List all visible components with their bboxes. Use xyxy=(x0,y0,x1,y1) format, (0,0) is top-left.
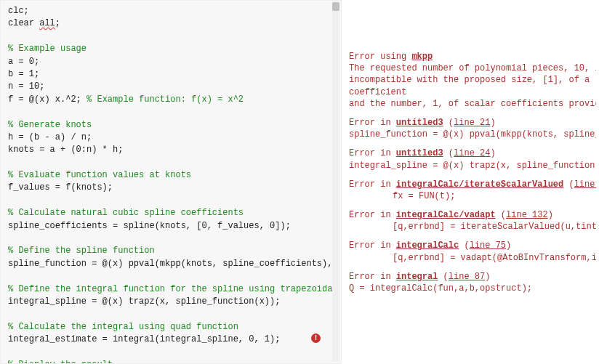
error-line-link[interactable]: line 24 xyxy=(454,148,490,158)
error-link[interactable]: untitled3 xyxy=(396,148,443,158)
code-comment[interactable]: % Example usage xyxy=(8,43,335,55)
error-link[interactable]: mkpp xyxy=(411,52,433,62)
code-line[interactable]: knots = a + (0:n) * h; xyxy=(8,144,335,156)
code-line[interactable]: integral_estimate = integral(integral_sp… xyxy=(8,333,335,346)
error-line-link[interactable]: line 314 xyxy=(574,179,596,190)
code-comment[interactable]: % Generate knots xyxy=(8,119,335,132)
error-link[interactable]: integralCalc xyxy=(396,240,459,251)
code-line xyxy=(8,157,335,169)
code-line[interactable]: n = 10; xyxy=(8,81,335,93)
code-line[interactable]: h = (b - a) / n; xyxy=(8,132,335,144)
error-line-link[interactable]: line 75 xyxy=(470,240,506,251)
error-link[interactable]: integral xyxy=(396,272,438,282)
error-link[interactable]: integralCalc/vadapt xyxy=(396,210,496,220)
code-line[interactable]: integral_spline = @(x) trapz(x, spline_f… xyxy=(8,296,335,308)
code-comment[interactable]: % Calculate natural cubic spline coeffic… xyxy=(8,207,335,219)
code-line xyxy=(8,106,335,118)
command-window-pane[interactable]: Error using mkpp The requested number of… xyxy=(342,0,599,364)
code-comment[interactable]: % Evaluate function values at knots xyxy=(8,169,335,182)
error-block: Error in integralCalc/vadapt (line 132) … xyxy=(349,209,596,232)
code-line xyxy=(8,347,335,359)
code-editor-pane[interactable]: clc; clear all; % Example usage a = 0; b… xyxy=(0,0,342,364)
error-line-link[interactable]: line 132 xyxy=(506,210,548,220)
error-block: Error in integralCalc (line 75) [q,errbn… xyxy=(349,240,596,263)
code-line xyxy=(8,232,335,245)
code-line xyxy=(8,31,335,43)
code-comment[interactable]: % Calculate the integral using quad func… xyxy=(8,321,335,333)
error-block: Error in untitled3 (line 21) spline_func… xyxy=(349,117,596,140)
error-icon[interactable]: ! xyxy=(311,333,321,343)
error-block: Error in untitled3 (line 24) integral_sp… xyxy=(349,147,596,171)
code-line xyxy=(8,270,335,283)
error-line-link[interactable]: line 87 xyxy=(449,272,485,282)
error-block: Error in integral (line 87) Q = integral… xyxy=(349,271,596,294)
code-line xyxy=(8,308,335,320)
code-line[interactable]: clear all; xyxy=(8,17,335,30)
error-link[interactable]: untitled3 xyxy=(396,118,443,128)
code-line[interactable]: f = @(x) x.^2; % Example function: f(x) … xyxy=(8,94,335,106)
code-line[interactable]: a = 0; xyxy=(8,56,335,68)
scrollbar-thumb[interactable] xyxy=(332,2,339,11)
code-line[interactable]: f_values = f(knots); xyxy=(8,182,335,194)
code-line[interactable]: b = 1; xyxy=(8,68,335,81)
code-line xyxy=(8,195,335,207)
warning-underline: all xyxy=(39,18,55,28)
code-comment[interactable]: % Define the spline function xyxy=(8,245,335,257)
error-link[interactable]: integralCalc/iterateScalarValued xyxy=(396,179,563,190)
code-line[interactable]: spline_function = @(x) ppval(mkpp(knots,… xyxy=(8,258,335,270)
error-block: Error in integralCalc/iterateScalarValue… xyxy=(349,179,596,202)
code-comment[interactable]: % Display the result xyxy=(8,359,335,364)
error-line-link[interactable]: line 21 xyxy=(454,118,490,128)
code-line[interactable]: spline_coefficients = spline(knots, [0, … xyxy=(8,220,335,232)
editor-scrollbar[interactable] xyxy=(332,2,339,362)
error-block: Error using mkpp The requested number of… xyxy=(349,51,596,110)
code-line[interactable]: clc; xyxy=(8,5,335,17)
code-comment[interactable]: % Define the integral function for the s… xyxy=(8,283,335,296)
